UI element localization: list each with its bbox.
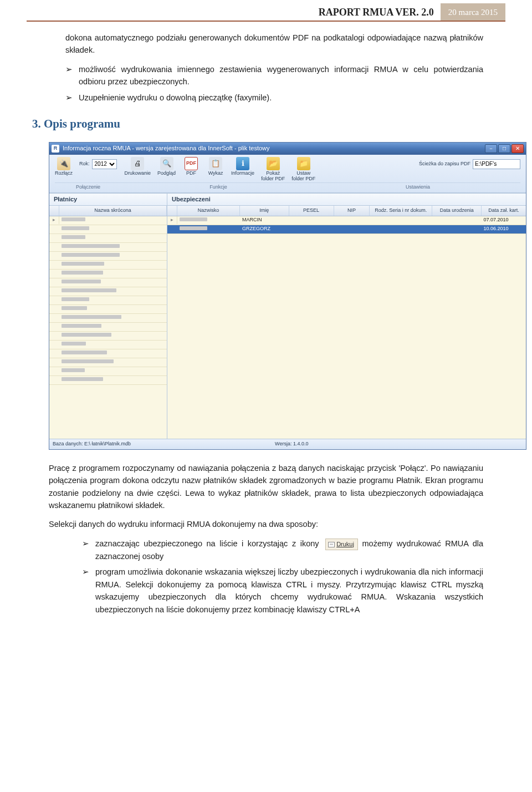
minimize-button[interactable]: － xyxy=(485,144,497,153)
window-title: Informacja roczna RMUA - wersja zarejest… xyxy=(63,144,484,153)
year-select[interactable]: 2012 xyxy=(92,159,117,169)
info-button[interactable]: ℹ Informacje xyxy=(228,156,258,177)
show-folder-button[interactable]: 📂 Pokaż folder PDF xyxy=(258,156,288,182)
table-row[interactable] xyxy=(49,305,167,314)
doc-title: RAPORT RMUA VER. 2.0 xyxy=(319,3,441,21)
table-row[interactable] xyxy=(49,278,167,287)
table-row[interactable] xyxy=(49,314,167,323)
table-row[interactable] xyxy=(49,243,167,252)
disconnect-button[interactable]: 🔌 Rozłącz xyxy=(52,156,76,177)
list-icon: 📋 xyxy=(209,157,222,170)
year-selector[interactable]: Rok: 2012 xyxy=(76,156,121,169)
table-row[interactable] xyxy=(49,270,167,278)
col-birthdate[interactable]: Data urodzenia xyxy=(432,206,482,216)
table-row[interactable]: GRZEGORZ10.06.2010 xyxy=(167,225,526,234)
table-row[interactable] xyxy=(49,367,167,376)
status-bar: Baza danych: E:\ łatnik\Platnik.mdb Wers… xyxy=(49,439,526,449)
table-row[interactable] xyxy=(49,349,167,358)
table-row[interactable] xyxy=(49,376,167,385)
method-single: zaznaczając ubezpieczonego na liście i k… xyxy=(82,537,483,562)
status-version: Wersja: 1.4.0.0 xyxy=(275,440,308,448)
app-screenshot: R Informacja roczna RMUA - wersja zareje… xyxy=(49,142,526,450)
pdf-path-input[interactable] xyxy=(473,159,520,169)
table-row[interactable] xyxy=(49,341,167,349)
intro-bullets: możliwość wydrukowania imiennego zestawi… xyxy=(65,63,483,104)
col-card-date[interactable]: Data zał. kart. xyxy=(482,206,526,216)
disconnect-icon: 🔌 xyxy=(57,157,70,170)
status-db-path: Baza danych: E:\ łatnik\Platnik.mdb xyxy=(53,440,131,448)
insured-grid[interactable]: Nazwisko Imię PESEL NIP Rodz. Seria i nr… xyxy=(167,206,526,439)
doc-date: 20 marca 2015 xyxy=(441,3,505,21)
ribbon: 🔌 Rozłącz Rok: 2012 🖨 Drukowanie 🔍 Podgl… xyxy=(49,155,526,193)
insured-grid-header: Nazwisko Imię PESEL NIP Rodz. Seria i nr… xyxy=(167,206,526,216)
folder-gear-icon: 📁 xyxy=(297,157,310,170)
col-surname[interactable]: Nazwisko xyxy=(177,206,240,216)
ribbon-group-functions: Funkcje xyxy=(121,182,315,191)
table-row[interactable] xyxy=(49,287,167,296)
close-button[interactable]: ✕ xyxy=(511,144,524,153)
col-pesel[interactable]: PESEL xyxy=(289,206,334,216)
payers-grid[interactable]: Nazwa skrócona ▸ xyxy=(49,206,167,439)
body-p1: Pracę z programem rozpoczynamy od nawiąz… xyxy=(49,462,483,512)
printer-small-icon xyxy=(328,542,335,547)
body-p2: Selekcji danych do wydruku informacji RM… xyxy=(49,518,483,530)
table-row[interactable] xyxy=(49,358,167,367)
main-content: dokona automatycznego podziału generowan… xyxy=(49,32,483,616)
preview-icon: 🔍 xyxy=(160,157,173,170)
window-titlebar: R Informacja roczna RMUA - wersja zareje… xyxy=(49,143,526,155)
print-button[interactable]: 🖨 Drukowanie xyxy=(121,156,155,177)
col-short-name[interactable]: Nazwa skrócona xyxy=(59,206,167,216)
selection-methods: zaznaczając ubezpieczonego na liście i k… xyxy=(82,537,483,616)
col-nip[interactable]: NIP xyxy=(334,206,370,216)
table-row[interactable] xyxy=(49,296,167,305)
maximize-button[interactable]: □ xyxy=(498,144,510,153)
folder-open-icon: 📂 xyxy=(267,157,280,170)
table-row[interactable] xyxy=(49,332,167,341)
ribbon-group-settings: Ustawienia xyxy=(315,182,520,191)
window-controls: － □ ✕ xyxy=(484,144,524,153)
ribbon-group-connection: Połączenie xyxy=(55,182,121,191)
pdf-icon: PDF xyxy=(185,157,198,170)
pdf-button[interactable]: PDF PDF xyxy=(179,156,203,177)
table-row[interactable]: ▸MARCIN07.07.2010 xyxy=(167,216,526,225)
list-button[interactable]: 📋 Wykaz xyxy=(203,156,228,177)
bullet-stamp: Uzupełnienie wydruku o dowolną pieczątkę… xyxy=(65,92,483,104)
table-row[interactable]: ▸ xyxy=(49,216,167,225)
info-icon: ℹ xyxy=(236,157,249,170)
table-row[interactable] xyxy=(49,261,167,270)
method-multiple: program umożliwia dokonanie wskazania wi… xyxy=(82,566,483,616)
printer-icon: 🖨 xyxy=(131,157,144,170)
table-row[interactable] xyxy=(49,252,167,261)
table-row[interactable] xyxy=(49,225,167,234)
pdf-path-group: Ścieżka do zapisu PDF xyxy=(412,156,524,169)
intro-paragraph: dokona automatycznego podziału generowan… xyxy=(65,32,483,57)
set-folder-button[interactable]: 📁 Ustaw folder PDF xyxy=(288,156,319,182)
panel-titles: Płatnicy Ubezpieczeni xyxy=(49,193,526,206)
pdf-path-label: Ścieżka do zapisu PDF xyxy=(419,160,470,168)
table-row[interactable] xyxy=(49,234,167,243)
section-heading: 3. Opis programu xyxy=(32,115,483,133)
bullet-print-list: możliwość wydrukowania imiennego zestawi… xyxy=(65,63,483,88)
panel-title-payers: Płatnicy xyxy=(49,194,167,205)
preview-button[interactable]: 🔍 Podgląd xyxy=(154,156,179,177)
panel-title-insured: Ubezpieczeni xyxy=(167,194,215,205)
col-firstname[interactable]: Imię xyxy=(240,206,289,216)
table-row[interactable] xyxy=(49,323,167,332)
payers-grid-header: Nazwa skrócona xyxy=(49,206,167,216)
page-header: RAPORT RMUA VER. 2.0 20 marca 2015 xyxy=(27,3,505,22)
app-icon: R xyxy=(52,145,59,153)
col-doc[interactable]: Rodz. Seria i nr dokum. xyxy=(370,206,432,216)
print-inline-button[interactable]: Drukuj xyxy=(325,539,358,550)
